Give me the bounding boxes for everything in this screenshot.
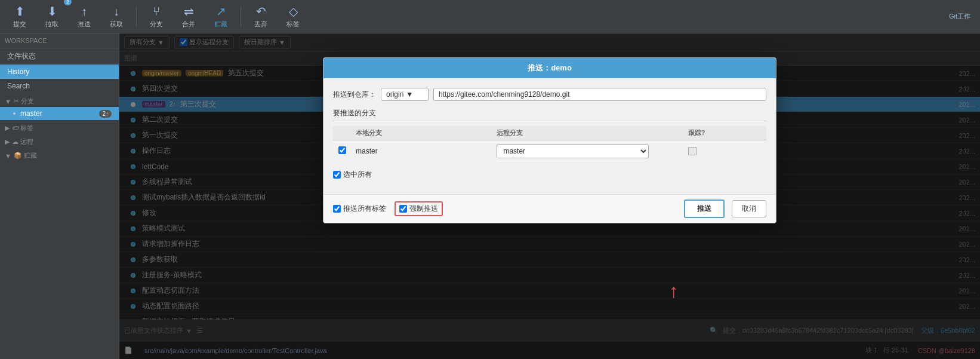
table-row: master master [333,140,766,162]
content-area: 所有分支 ▼ 显示远程分支 按日期排序 ▼ 图谱 origin/master o… [119,33,980,359]
modal-body: 推送到仓库： origin ▼ 要推送的分支 [323,78,776,194]
modal-overlay: 推送：demo 推送到仓库： origin ▼ 要推送的分支 [119,33,980,359]
repo-label: 推送到仓库： [333,90,376,100]
merge-icon: ⇌ [184,4,194,19]
discard-icon: ↶ [256,4,266,19]
push-icon: ↑ [81,5,87,19]
force-push-text: 强制推送 [409,204,438,214]
force-push-label[interactable]: 强制推送 [399,204,438,214]
stash-label: 贮藏 [214,20,227,29]
tag-icon: ◇ [289,4,298,19]
sidebar-section-remote[interactable]: ▶ ☁ 远程 [0,134,119,148]
sidebar-branch-master[interactable]: master 2↑ [0,107,119,120]
th-track: 跟踪? [683,126,766,140]
modal-header: 推送：demo [323,58,776,78]
branch-icon: ⑂ [153,5,160,19]
tag-button[interactable]: ◇ 标签 [278,2,308,31]
sidebar-section-tags[interactable]: ▶ 🏷 标签 [0,120,119,134]
commit-icon: ⬆ [15,4,25,19]
fetch-icon: ↓ [113,5,119,19]
toolbar-sep-1 [136,6,137,27]
tag-label: 标签 [286,20,300,29]
discard-label: 丢弃 [254,20,267,29]
branches-label: ✂ 分支 [14,97,34,106]
modal-repo-row: 推送到仓库： origin ▼ [333,88,766,101]
chevron-right-icon-tags: ▶ [5,124,10,132]
remote-select: master [497,144,649,158]
branch-name-master: master [20,109,42,118]
sidebar-item-filestatus[interactable]: 文件状态 [0,48,119,65]
modal-title: 推送：demo [528,63,572,72]
pull-label: 拉取 [45,20,58,29]
pull-button[interactable]: ⬇ 2 拉取 [37,2,67,31]
origin-dropdown-icon: ▼ [406,90,413,99]
force-push-checkbox[interactable] [399,205,407,213]
merge-button[interactable]: ⇌ 合并 [174,2,204,31]
push-button[interactable]: ↑ 推送 [69,2,99,31]
stash-label: 📦 贮藏 [14,151,37,160]
commit-label: 提交 [13,20,26,29]
section-title: 要推送的分支 [333,108,766,121]
local-branch-cell: master [351,140,463,162]
push-tags-text: 推送所有标签 [343,204,386,214]
th-local-branch: 本地分支 [351,126,463,140]
stash-button[interactable]: ↗ 贮藏 [206,2,236,31]
sidebar-section-stash[interactable]: ▼ 📦 贮藏 [0,148,119,161]
fetch-button[interactable]: ↓ 获取 [101,2,131,31]
branch-checkbox-cell[interactable] [333,140,351,162]
select-all-checkbox[interactable] [333,171,341,179]
arrow-cell [463,140,492,162]
remote-branch-cell: master [492,140,654,162]
toolbar: ⬆ 提交 ⬇ 2 拉取 ↑ 推送 ↓ 获取 ⑂ 分支 ⇌ 合并 ↗ 贮藏 ↶ 丢… [0,0,980,33]
merge-label: 合并 [182,20,195,29]
push-tags-checkbox[interactable] [333,205,341,213]
chevron-down-icon: ▼ [5,98,11,105]
commit-button[interactable]: ⬆ 提交 [5,2,35,31]
select-all-text: 选中所有 [343,170,372,180]
url-input[interactable] [433,88,766,101]
workspace-label: WORKSPACE [0,33,119,48]
origin-select[interactable]: origin ▼ [381,88,429,101]
select-all-row: 选中所有 [333,170,766,180]
force-push-box: 强制推送 [395,201,443,216]
select-all-label[interactable]: 选中所有 [333,170,766,180]
fetch-label: 获取 [110,20,123,29]
sidebar-section-branches[interactable]: ▼ ✂ 分支 [0,93,119,107]
modal-footer: 推送所有标签 强制推送 推送 取消 [323,194,776,223]
remote-label: ☁ 远程 [12,137,33,146]
toolbar-sep-2 [241,6,241,27]
sidebar-item-history[interactable]: History [0,65,119,79]
push-modal: 推送：demo 推送到仓库： origin ▼ 要推送的分支 [323,57,776,223]
branch-count-master: 2↑ [99,110,112,118]
sidebar-item-search[interactable]: Search [0,79,119,93]
discard-button[interactable]: ↶ 丢弃 [246,2,276,31]
branch-table: 本地分支 远程分支 跟踪? [333,126,766,162]
track-icon[interactable] [688,147,697,155]
pull-icon: ⬇ [47,4,57,19]
th-checkbox [333,126,351,140]
push-confirm-button[interactable]: 推送 [684,200,725,218]
remote-dropdown[interactable]: master [497,144,649,158]
tags-label: 🏷 标签 [12,124,33,133]
branch-dot-master [12,111,17,116]
main-layout: WORKSPACE 文件状态 History Search ▼ ✂ 分支 mas… [0,33,980,359]
sidebar: WORKSPACE 文件状态 History Search ▼ ✂ 分支 mas… [0,33,119,359]
stash-icon: ↗ [216,4,226,19]
th-arrow [463,126,492,140]
push-tags-label[interactable]: 推送所有标签 [333,204,386,214]
origin-option: origin [386,90,403,99]
push-arrow-indicator: ↑ [669,280,679,302]
th-dropdown [654,126,683,140]
chevron-down-icon-stash: ▼ [5,152,11,159]
th-remote-branch: 远程分支 [492,126,654,140]
chevron-right-icon-remote: ▶ [5,138,10,146]
branch-checkbox[interactable] [338,146,346,154]
dropdown-cell [654,140,683,162]
cancel-button[interactable]: 取消 [732,200,766,217]
branch-button[interactable]: ⑂ 分支 [141,2,171,31]
track-cell[interactable] [683,140,766,162]
git-work-label: Git工作 [949,12,970,21]
push-label: 推送 [78,20,91,29]
branch-label: 分支 [150,20,163,29]
footer-checkbox-area: 推送所有标签 强制推送 [333,201,677,216]
